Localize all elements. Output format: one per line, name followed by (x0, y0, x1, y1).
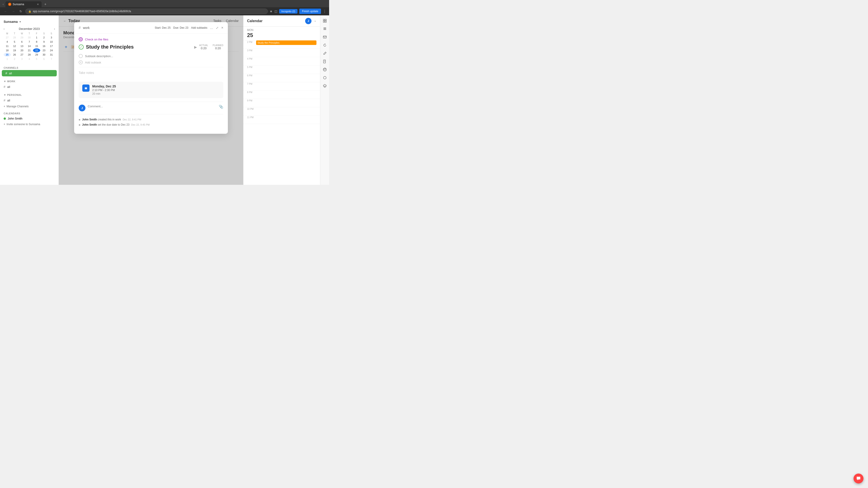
extensions-button[interactable]: ◫ (274, 9, 277, 13)
cal-next-button[interactable]: › (54, 27, 55, 31)
cal-prev-button[interactable]: ‹ (4, 27, 4, 31)
cal-day[interactable]: 7 (26, 40, 33, 44)
cal-day[interactable]: 1 (4, 57, 11, 61)
cal-day[interactable]: 6 (40, 57, 48, 61)
cal-day[interactable]: 19 (11, 48, 18, 53)
cal-day[interactable]: 16 (40, 44, 48, 48)
add-subtask-row[interactable]: + Add subtask (79, 59, 223, 65)
browser-menu-button[interactable]: ⋮ (323, 9, 327, 13)
cal-day[interactable]: 28 (26, 53, 33, 57)
cal-day[interactable]: 26 (11, 53, 18, 57)
modal-close-button[interactable]: × (221, 26, 223, 30)
calendar-event[interactable]: Study the Principles (256, 40, 316, 45)
invite-row[interactable]: + Invite someone to Sunsama (0, 121, 59, 127)
refresh-button[interactable]: ↻ (18, 9, 24, 13)
right-sidebar (320, 15, 329, 185)
cal-day[interactable]: 27 (18, 53, 26, 57)
sidebar-icon-layers2[interactable] (321, 82, 329, 90)
cal-day[interactable]: 28 (11, 35, 18, 39)
calendar-entry-john[interactable]: John Smith (0, 116, 59, 121)
cal-day[interactable]: 30 (26, 35, 33, 39)
subtask-input-check[interactable] (79, 54, 83, 58)
cal-day[interactable]: 17 (48, 44, 55, 48)
sidebar-icon-edit[interactable] (321, 50, 329, 57)
cal-day[interactable]: 5 (33, 57, 40, 61)
subtask-label-1[interactable]: Check on the files (85, 38, 108, 41)
cal-day[interactable]: 24 (48, 48, 55, 53)
cal-day-selected[interactable]: 25 (4, 53, 11, 57)
sidebar-app-header[interactable]: Sunsama ▼ (0, 18, 59, 25)
incognito-button[interactable]: Incognito (2) (279, 9, 298, 13)
calendars-header[interactable]: CALENDARS (0, 111, 59, 116)
task-play-button[interactable]: ▶ (194, 45, 197, 49)
sidebar-item-work-all[interactable]: # all (0, 84, 59, 90)
cal-day[interactable]: 29 (18, 35, 26, 39)
cal-day[interactable]: 9 (40, 40, 48, 44)
cal-day[interactable]: 18 (4, 48, 11, 53)
task-main-check[interactable]: ✓ (79, 44, 84, 50)
cal-day[interactable]: 14 (26, 44, 33, 48)
sidebar-icon-book[interactable] (321, 58, 329, 65)
tab-back-button[interactable]: ‹ (2, 2, 4, 7)
sidebar-icon-circle[interactable] (321, 74, 329, 81)
sidebar-icon-refresh[interactable] (321, 41, 329, 49)
sidebar-item-personal-all[interactable]: # all (0, 97, 59, 103)
channels-header[interactable]: CHANNELS (0, 66, 59, 70)
cal-day[interactable]: 1 (33, 35, 40, 39)
due-date-button[interactable]: Due: Dec 23 (174, 26, 188, 29)
cal-day[interactable]: 12 (11, 44, 18, 48)
cal-day[interactable]: 30 (40, 53, 48, 57)
cal-day-today[interactable]: 22 (33, 48, 40, 53)
personal-label: PERSONAL (7, 94, 22, 96)
cal-day[interactable]: 3 (48, 35, 55, 39)
add-subtasks-button[interactable]: Add subtasks (191, 26, 207, 29)
forward-button[interactable]: → (10, 9, 16, 13)
notes-placeholder[interactable]: Take notes (79, 71, 94, 74)
work-header[interactable]: ▼ WORK (0, 79, 59, 84)
new-tab-button[interactable]: + (42, 1, 48, 7)
modal-expand-button[interactable]: ⤢ (216, 26, 219, 30)
cal-day[interactable]: 13 (18, 44, 26, 48)
modal-body: Check on the files ✓ Study the Principle… (74, 34, 228, 134)
cal-day[interactable]: 15 (33, 44, 40, 48)
manage-channels[interactable]: + Manage Channels (0, 103, 59, 109)
cal-day[interactable]: 2 (11, 57, 18, 61)
cal-day[interactable]: 27 (4, 35, 11, 39)
tab-close-button[interactable]: ✕ (37, 3, 39, 6)
sidebar-icon-layers[interactable] (321, 25, 329, 33)
cal-day[interactable]: 2 (40, 35, 48, 39)
cal-day[interactable]: 8 (33, 40, 40, 44)
cal-day[interactable]: 20 (18, 48, 26, 53)
cal-day[interactable]: 10 (48, 40, 55, 44)
comment-input[interactable] (88, 105, 217, 108)
cal-day[interactable]: 5 (11, 40, 18, 44)
bookmark-button[interactable]: ★ (270, 9, 273, 13)
cal-day[interactable]: 6 (18, 40, 26, 44)
sidebar-icon-mail[interactable] (321, 33, 329, 41)
cal-day[interactable]: 4 (26, 57, 33, 61)
url-bar[interactable]: 🔒 app.sunsama.com/group/1703182764469638… (25, 8, 268, 14)
cal-day[interactable]: 11 (4, 44, 11, 48)
user-avatar-button[interactable]: J (305, 18, 311, 24)
subtask-description-input[interactable] (85, 55, 223, 58)
cal-day[interactable]: 31 (48, 53, 55, 57)
sidebar-icon-zoom[interactable] (321, 17, 329, 24)
cal-day[interactable]: 21 (26, 48, 33, 53)
attach-button[interactable]: 📎 (219, 105, 223, 109)
cal-day[interactable]: 4 (4, 40, 11, 44)
modal-more-button[interactable]: ... (210, 26, 213, 30)
personal-header[interactable]: ▼ PERSONAL (0, 93, 59, 97)
cal-day[interactable]: 23 (40, 48, 48, 53)
back-button[interactable]: ← (3, 9, 8, 13)
browser-tab[interactable]: S Sunsama ✕ (5, 1, 41, 7)
cal-day[interactable]: 29 (33, 53, 40, 57)
panel-nav-button[interactable]: → (313, 19, 316, 23)
time-content (256, 82, 316, 90)
start-date-button[interactable]: Start: Dec 25 (155, 26, 170, 29)
sidebar-item-all[interactable]: # all (2, 70, 57, 76)
subtask-check-1[interactable] (79, 37, 83, 41)
cal-day[interactable]: 7 (48, 57, 55, 61)
cal-day[interactable]: 3 (18, 57, 26, 61)
finish-update-button[interactable]: Finish update (299, 8, 321, 14)
sidebar-icon-github[interactable] (321, 66, 329, 73)
